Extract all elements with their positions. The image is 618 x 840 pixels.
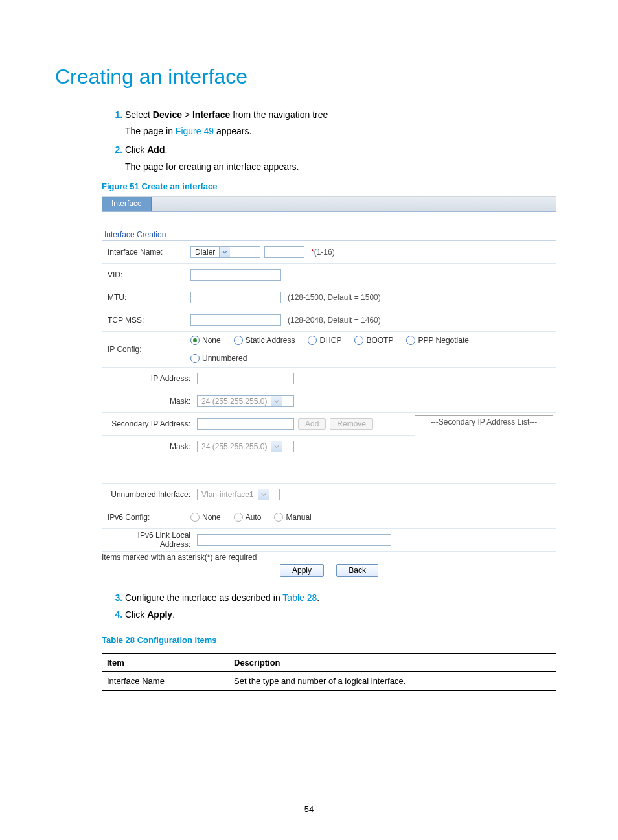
remove-secondary-button[interactable]: Remove [330,418,373,430]
row-ipv6-lla: IPv6 Link Local Address: [102,529,556,552]
link-figure-49[interactable]: Figure 49 [176,126,214,136]
radio-ip-none[interactable]: None [190,336,221,345]
radio-ip-bootp[interactable]: BOOTP [354,336,393,345]
chevron-down-icon [219,247,230,257]
apply-button[interactable]: Apply [280,564,324,577]
chevron-down-icon [258,489,269,500]
label-interface-name: Interface Name: [102,248,190,257]
table-caption: Table 28 Configuration items [102,635,563,645]
radio-ip-static[interactable]: Static Address [234,336,295,345]
radio-ip-dhcp[interactable]: DHCP [308,336,341,345]
label-ipv6-lla: IPv6 Link Local Address: [102,531,197,549]
interface-creation-screenshot: Interface Interface Creation Interface N… [102,196,556,575]
step-1: Select Device > Interface from the navig… [125,107,563,139]
interface-number-input[interactable] [264,246,304,258]
label-mask-2: Mask: [102,442,197,451]
label-ip-address: IP Address: [102,374,197,383]
label-tcpmss: TCP MSS: [102,316,190,325]
row-interface-name: Interface Name: Dialer *(1-16) [102,241,556,264]
label-vid: VID: [102,270,190,279]
unnumbered-interface-select[interactable]: Vlan-interface1 [197,489,280,500]
secondary-ip-list-header: ---Secondary IP Address List--- [415,416,553,428]
tcpmss-hint: (128-2048, Default = 1460) [288,316,381,325]
ip-address-input[interactable] [197,373,294,384]
radio-ipv6-manual[interactable]: Manual [274,513,311,522]
row-vid: VID: [102,264,556,286]
secondary-ip-list[interactable]: ---Secondary IP Address List--- [415,415,553,480]
row-tcpmss: TCP MSS: (128-2048, Default = 1460) [102,309,556,332]
cell-description: Set the type and number of a logical int… [229,671,556,690]
table-header-row: Item Description [102,653,556,672]
step-2-sub: The page for creating an interface appea… [125,159,563,175]
row-unnumbered-interface: Unnumbered Interface: Vlan-interface1 [102,484,556,506]
col-item: Item [102,653,229,672]
section-heading: Interface Creation [104,230,556,239]
tab-interface[interactable]: Interface [102,197,152,211]
row-ip-address: IP Address: [102,368,556,390]
label-ipconfig: IP Config: [102,345,190,354]
row-mask: Mask: 24 (255.255.255.0) [102,390,556,413]
row-ipv6-config: IPv6 Config: None Auto Manual [102,506,556,529]
label-ipv6-config: IPv6 Config: [102,513,190,522]
mask-select-2[interactable]: 24 (255.255.255.0) [197,441,294,452]
figure-caption: Figure 51 Create an interface [102,181,563,191]
interface-type-select[interactable]: Dialer [190,246,260,258]
config-items-table: Item Description Interface Name Set the … [102,653,556,691]
mtu-hint: (128-1500, Default = 1500) [288,293,381,302]
form-grid: Interface Name: Dialer *(1-16) VID: [102,240,556,552]
back-button[interactable]: Back [336,564,378,577]
link-table-28[interactable]: Table 28 [282,592,317,603]
steps-list-1: Select Device > Interface from the navig… [55,107,563,175]
label-unnumbered-interface: Unnumbered Interface: [102,490,197,499]
page-number: 54 [0,804,618,814]
ipv6-lla-input[interactable] [197,534,391,546]
radio-ip-pppneg[interactable]: PPP Negotiate [406,336,469,345]
row-ipconfig: IP Config: None Static Address DHCP BOOT… [102,332,556,368]
step-2: Click Add. The page for creating an inte… [125,142,563,174]
tab-bar: Interface [102,196,556,212]
step-4: Click Apply. [125,606,563,624]
radio-ipv6-none[interactable]: None [190,513,221,522]
required-note: Items marked with an asterisk(*) are req… [102,553,556,562]
col-description: Description [229,653,556,672]
interface-number-hint: *(1-16) [311,248,335,257]
page-title: Creating an interface [55,65,563,89]
step-3: Configure the interface as described in … [125,589,563,607]
mask-select[interactable]: 24 (255.255.255.0) [197,395,294,407]
radio-ip-unnumbered[interactable]: Unnumbered [190,354,527,363]
mtu-input[interactable] [190,292,281,303]
action-row: Apply Back [102,566,556,575]
row-secondary-block: Secondary IP Address: Add Remove Mask: 2… [102,413,556,484]
label-mask: Mask: [102,397,197,406]
tcpmss-input[interactable] [190,314,281,326]
label-secondary-ip: Secondary IP Address: [102,419,197,428]
steps-list-2: Configure the interface as described in … [55,589,563,624]
cell-item: Interface Name [102,671,229,690]
chevron-down-icon [271,441,282,452]
step-1-sub: The page in Figure 49 appears. [125,123,563,139]
vid-input[interactable] [190,269,281,281]
row-mtu: MTU: (128-1500, Default = 1500) [102,286,556,309]
chevron-down-icon [271,396,282,406]
secondary-ip-input[interactable] [197,418,294,430]
add-secondary-button[interactable]: Add [298,418,326,430]
label-mtu: MTU: [102,293,190,302]
radio-ipv6-auto[interactable]: Auto [234,513,262,522]
table-row: Interface Name Set the type and number o… [102,671,556,690]
